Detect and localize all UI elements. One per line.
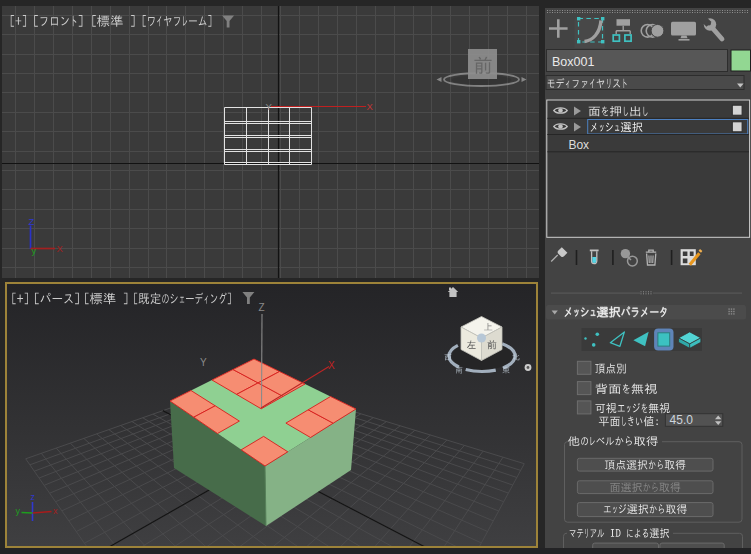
svg-text:X: X: [367, 101, 374, 112]
svg-text:Y: Y: [266, 101, 273, 112]
svg-text:y: y: [32, 245, 37, 256]
svg-text:Box: Box: [568, 138, 589, 152]
svg-text:y: y: [16, 506, 21, 516]
svg-text:Y: Y: [200, 357, 207, 368]
svg-text:z: z: [31, 492, 36, 502]
svg-text:Box001: Box001: [552, 55, 594, 69]
svg-text:45.0: 45.0: [670, 413, 694, 427]
svg-text:Z: Z: [29, 216, 35, 227]
svg-text:x: x: [53, 506, 58, 516]
svg-text:X: X: [57, 243, 64, 254]
svg-text:X: X: [328, 360, 335, 371]
svg-text:Z: Z: [259, 302, 265, 313]
